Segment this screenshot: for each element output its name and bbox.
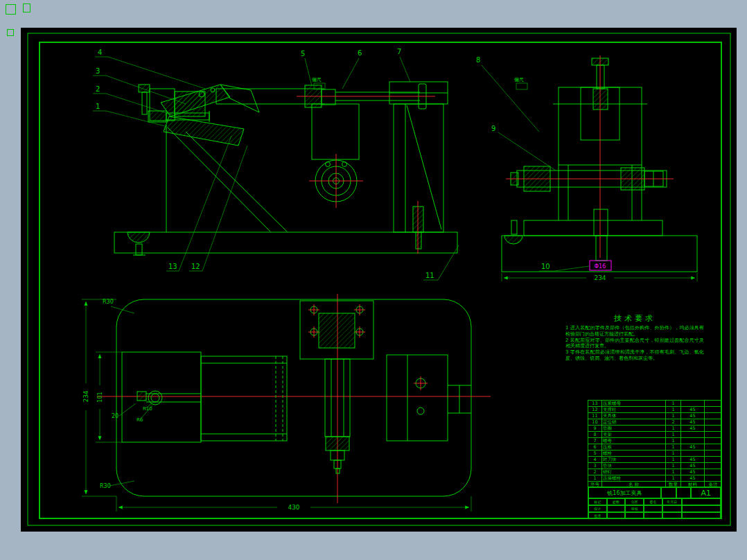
artifact-glyph (6, 4, 16, 15)
drawing-title: 铣16加工夹具 (588, 487, 661, 498)
dim-r30-bottom: R30 (100, 483, 111, 489)
balloon-9: 9 (491, 125, 495, 132)
dim-side-width: 234 (594, 274, 606, 281)
artifact-glyph (7, 29, 14, 36)
table-row: 11夹具体145 (588, 413, 722, 419)
title-block-label: 设计 (588, 505, 607, 512)
table-row: 5螺栓1 (588, 450, 722, 457)
title-block-label: 批准 (588, 512, 607, 519)
table-row: 3垫块145 (588, 463, 722, 469)
sheet-size: A1 (691, 487, 721, 498)
dim-plan-offset: 20 (112, 413, 118, 419)
table-row: 12支撑柱145 (588, 407, 722, 413)
balloon-6: 6 (358, 49, 362, 57)
balloon-13: 13 (168, 263, 177, 270)
technical-requirements: 技术要求 1 进入装配的零件及部件（包括外购件、外协件），均必须具有检验部门的合… (565, 313, 704, 362)
table-row: 1连接螺栓145 (588, 475, 722, 482)
balloon-2: 2 (96, 85, 100, 93)
cad-preview-page: 偏尺 (0, 0, 747, 560)
balloon-11: 11 (425, 272, 434, 279)
technical-requirements-line: 1 进入装配的零件及部件（包括外购件、外协件），均必须具有检验部门的合格证方能进… (565, 325, 704, 338)
table-row: 10定位销245 (588, 419, 722, 426)
table-row: 4对刀块145 (588, 457, 722, 463)
balloon-7: 7 (397, 48, 401, 55)
balloon-1: 1 (96, 103, 100, 110)
table-row: 13压紧螺母1 (588, 401, 722, 407)
technical-requirements-line: 2 装配前应对零、部件的主要配合尺寸，特别是过盈配合尺寸及相关精度进行复查。 (565, 338, 704, 350)
balloon-10: 10 (541, 263, 550, 270)
balloon-5: 5 (301, 50, 305, 58)
dim-plan-depth: 234 (82, 390, 89, 402)
surface-mark-side: 偏尺 (514, 77, 524, 82)
table-row: 6压板145 (588, 444, 722, 450)
balloon-12: 12 (191, 263, 200, 270)
dim-bore: Φ16 (595, 263, 606, 270)
dim-r30-top: R30 (103, 299, 114, 305)
balloon-3: 3 (96, 67, 100, 75)
parts-list: 13压紧螺母1 12支撑柱145 11夹具体145 10定位销245 9垫圈14… (588, 400, 721, 488)
balloon-8: 8 (476, 56, 480, 64)
table-row: 2销钉145 (588, 469, 722, 475)
table-row: 9垫圈145 (588, 426, 722, 432)
dim-plan-inner: 101 (97, 392, 103, 402)
dim-plan-width: 430 (288, 504, 299, 511)
title-block-label: 处数 (607, 498, 626, 505)
title-block: 铣16加工夹具 A1 标记 处数 分区 签名 年月日 设计 审核 批准 (588, 487, 721, 518)
dim-r6: R6 (137, 417, 143, 423)
title-block-label: 年月日 (662, 498, 682, 505)
title-block-label: 分区 (625, 498, 644, 505)
table-row: 7螺母1 (588, 438, 722, 444)
technical-requirements-title: 技术要求 (565, 313, 704, 324)
surface-mark-front: 偏尺 (312, 77, 322, 82)
table-row: 8支架1 (588, 432, 722, 438)
balloon-4: 4 (98, 49, 102, 56)
title-block-label: 审核 (625, 505, 644, 512)
title-block-label: 标记 (588, 498, 607, 505)
technical-requirements-line: 3 零件在装配前必须清理和清洗干净，不得有毛刺、飞边、氧化皮、锈蚀、切屑、油污、… (565, 349, 704, 362)
artifact-glyph (23, 3, 30, 12)
title-block-label: 签名 (644, 498, 662, 505)
